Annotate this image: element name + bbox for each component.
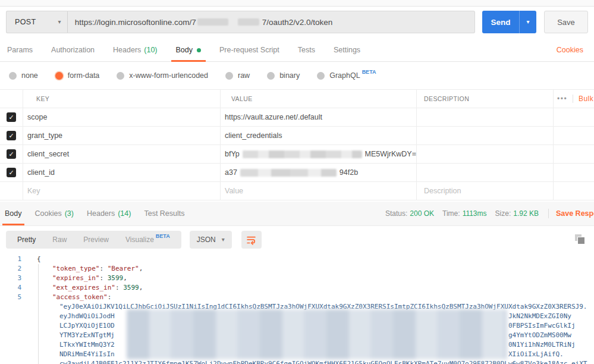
value-column-header: VALUE: [220, 90, 416, 108]
key-column-header: KEY: [23, 90, 220, 108]
key-cell[interactable]: client_id: [23, 164, 220, 181]
divider: [548, 209, 549, 218]
body-mode-selector: none form-data x-www-form-urlencoded raw…: [0, 62, 594, 89]
select-all-cell: [0, 90, 23, 108]
response-meta: Status: 200 OK Time: 1113ms Size: 1.92 K…: [385, 202, 594, 225]
view-preview[interactable]: Preview: [75, 231, 117, 249]
view-visualize[interactable]: VisualizeBETA: [117, 231, 178, 249]
method-select[interactable]: POST ▾: [6, 11, 67, 33]
row-actions: [553, 145, 594, 163]
value-cell[interactable]: bfYpME5WjrKwDY=: [220, 145, 416, 163]
url-suffix: 7/oauth2/v2.0/token: [262, 18, 333, 27]
code-line: "ext_expires_in": 3599,: [37, 283, 143, 293]
tab-params[interactable]: Params: [6, 39, 34, 61]
mode-x-www-form-urlencoded[interactable]: x-www-form-urlencoded: [117, 71, 208, 80]
send-label: Send: [482, 11, 519, 33]
format-select[interactable]: JSON ▾: [190, 231, 232, 249]
save-response-button[interactable]: Save Response: [556, 209, 594, 218]
tab-headers[interactable]: Headers(10): [112, 39, 158, 61]
send-options-toggle[interactable]: ▾: [519, 11, 536, 33]
checkbox-cell: [0, 182, 23, 200]
checkbox-checked-icon[interactable]: ✓: [7, 112, 16, 122]
checkbox-checked-icon[interactable]: ✓: [7, 131, 16, 140]
mode-graphql[interactable]: GraphQLBETA: [317, 71, 376, 80]
headers-count-badge: (14): [118, 209, 131, 218]
description-cell[interactable]: [416, 108, 553, 126]
value-cell[interactable]: https://vault.azure.net/.default: [220, 108, 416, 126]
method-label: POST: [15, 18, 58, 26]
radio-selected-icon: [55, 72, 63, 80]
redacted-url-segment: [197, 18, 228, 26]
checkbox-checked-icon[interactable]: ✓: [7, 149, 16, 159]
redaction-blur: [127, 309, 507, 359]
beta-badge: BETA: [156, 233, 170, 239]
token-line: cw3aydjL4JB0FE1c211X2zJTIY6fmpe1K57WoLj2…: [0, 359, 594, 364]
checkbox-checked-icon[interactable]: ✓: [7, 168, 16, 177]
line-number: 2: [0, 264, 21, 274]
key-cell[interactable]: client_secret: [23, 145, 220, 163]
radio-icon: [267, 72, 275, 80]
tab-body[interactable]: Body: [175, 39, 203, 61]
status-label: Status:: [385, 209, 407, 218]
mode-form-data[interactable]: form-data: [55, 71, 100, 80]
postman-window: POST ▾ https://login.microsoftonline.com…: [0, 0, 594, 364]
description-cell[interactable]: [416, 164, 553, 181]
table-row: ✓ client_secret bfYpME5WjrKwDY=: [0, 145, 594, 164]
cookies-count-badge: (3): [65, 209, 74, 218]
response-tab-body[interactable]: Body: [5, 202, 22, 225]
send-button[interactable]: Send ▾: [482, 11, 536, 33]
time-value: 1113ms: [463, 209, 487, 218]
url-input[interactable]: https://login.microsoftonline.com/77/oau…: [67, 11, 475, 33]
view-raw[interactable]: Raw: [44, 231, 75, 249]
tab-authorization[interactable]: Authorization: [50, 39, 96, 61]
status-value: 200 OK: [410, 209, 434, 218]
row-actions: [553, 182, 594, 200]
key-cell-placeholder[interactable]: Key: [23, 182, 220, 200]
value-cell-placeholder[interactable]: Value: [220, 182, 416, 200]
chevron-down-icon: ▾: [58, 19, 61, 25]
view-pretty[interactable]: Pretty: [9, 231, 44, 249]
value-cell[interactable]: a3794f2b: [220, 164, 416, 181]
redacted-value-segment: [243, 150, 362, 158]
copy-icon[interactable]: [575, 234, 586, 245]
response-body-editor[interactable]: 1{ 2"token_type": "Bearer", 3"expires_in…: [0, 253, 594, 364]
table-header-actions: ••• Bulk Edit: [553, 90, 594, 108]
table-placeholder-row: Key Value Description: [0, 182, 594, 200]
value-cell[interactable]: client_credentials: [220, 127, 416, 145]
mode-binary[interactable]: binary: [267, 71, 300, 80]
table-row: ✓ client_id a3794f2b: [0, 164, 594, 182]
mode-none[interactable]: none: [9, 71, 38, 80]
response-tab-test-results[interactable]: Test Results: [144, 202, 184, 225]
key-cell[interactable]: scope: [23, 108, 220, 126]
line-number: 3: [0, 274, 21, 283]
save-button[interactable]: Save: [544, 11, 588, 33]
size-label: Size:: [495, 209, 511, 218]
bulk-edit-link[interactable]: Bulk Edit: [579, 95, 594, 103]
line-number: 5: [0, 293, 21, 302]
request-bar: POST ▾ https://login.microsoftonline.com…: [0, 7, 594, 39]
top-strip: [0, 0, 594, 7]
key-cell[interactable]: grant_type: [23, 127, 220, 145]
format-label: JSON: [197, 236, 216, 244]
response-tabs-bar: Body Cookies(3) Headers(14) Test Results…: [0, 202, 594, 226]
form-data-table: KEY VALUE DESCRIPTION ••• Bulk Edit ✓ sc…: [0, 89, 594, 200]
response-tab-headers[interactable]: Headers(14): [87, 202, 131, 225]
description-cell[interactable]: [416, 145, 553, 163]
beta-badge: BETA: [362, 69, 376, 75]
description-cell[interactable]: [416, 127, 553, 145]
code-text: {: [37, 255, 41, 264]
size-value: 1.92 KB: [513, 209, 539, 218]
line-number: 1: [0, 255, 21, 264]
tab-pre-request-script[interactable]: Pre-request Script: [218, 39, 281, 61]
view-switcher: Pretty Raw Preview VisualizeBETA: [6, 231, 181, 249]
wrap-text-button[interactable]: [241, 231, 262, 249]
response-tab-cookies[interactable]: Cookies(3): [35, 202, 74, 225]
description-cell-placeholder[interactable]: Description: [416, 182, 553, 200]
more-options-icon[interactable]: •••: [557, 95, 567, 103]
headers-count-badge: (10): [144, 46, 157, 54]
cookies-link[interactable]: Cookies: [557, 46, 586, 54]
tab-tests[interactable]: Tests: [297, 39, 316, 61]
mode-raw[interactable]: raw: [225, 71, 250, 80]
time-label: Time:: [442, 209, 460, 218]
tab-settings[interactable]: Settings: [332, 39, 362, 61]
